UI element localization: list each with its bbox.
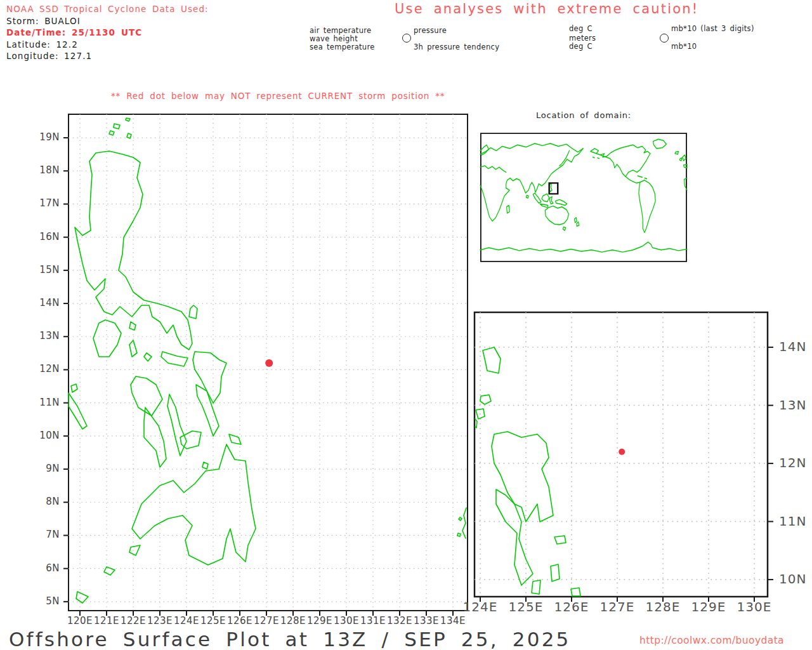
lat-tick-label: 10N <box>779 571 812 587</box>
lon-tick-label: 127E <box>592 599 643 614</box>
lat-tick-label: 9N <box>32 463 60 474</box>
lat-tick-label: 12N <box>32 363 60 375</box>
lon-tick-label: 124E <box>455 599 506 614</box>
lat-tick-label: 10N <box>32 430 60 441</box>
data-source-line: NOAA SSD Tropical Cyclone Data Used: <box>6 3 209 15</box>
lat-tick-label: 7N <box>32 529 60 540</box>
lon-tick-label: 134E <box>431 615 475 627</box>
inset-title: Location of domain: <box>480 110 687 120</box>
lat-tick-label: 13N <box>32 330 60 342</box>
storm-position-warning: ** Red dot below may NOT represent CURRE… <box>111 91 445 101</box>
lat-tick-label: 18N <box>32 164 60 176</box>
lat-tick-label: 17N <box>32 197 60 209</box>
plot-title: Offshore Surface Plot at 13Z / SEP 25, 2… <box>9 628 571 650</box>
lat-tick-label: 11N <box>32 397 60 408</box>
lat-tick-label: 14N <box>32 297 60 308</box>
legend-mb10-label: mb*10 <box>671 42 697 51</box>
legend-pressure-tendency-label: 3h pressure tendency <box>414 43 499 51</box>
lat-tick-label: 13N <box>779 397 812 413</box>
lon-tick-label: 130E <box>729 599 780 614</box>
storm-longitude-line: Longitude: 127.1 <box>6 50 209 62</box>
source-url: http://coolwx.com/buoydata <box>639 635 784 646</box>
main-surface-map <box>62 109 474 617</box>
domain-locator-world-map <box>480 133 687 262</box>
buoy-plot-page: NOAA SSD Tropical Cyclone Data Used: Sto… <box>0 0 812 650</box>
legend-meters-label: meters <box>569 34 658 43</box>
legend-degc-top-label: deg C <box>569 24 658 33</box>
storm-name-line: Storm: BUALOI <box>6 15 209 27</box>
lat-tick-label: 19N <box>32 131 60 143</box>
legend-wave-height-label: wave height <box>310 34 398 43</box>
storm-datetime-line: Date/Time: 25/1130 UTC <box>6 27 209 39</box>
station-circle-icon <box>402 34 411 43</box>
zoom-surface-map <box>469 307 778 611</box>
lat-tick-label: 16N <box>32 231 60 242</box>
storm-position-dot <box>265 359 273 367</box>
lon-tick-label: 128E <box>638 599 688 614</box>
storm-latitude-line: Latitude: 12.2 <box>6 39 209 51</box>
lat-tick-label: 6N <box>32 562 60 574</box>
legend-mb10-digits-label: mb*10 (last 3 digits) <box>671 24 754 33</box>
lat-tick-label: 12N <box>779 455 812 470</box>
inset-frame <box>481 133 686 262</box>
legend-pressure-label: pressure <box>414 26 447 35</box>
lat-tick-label: 8N <box>32 496 60 507</box>
storm-info-block: NOAA SSD Tropical Cyclone Data Used: Sto… <box>6 3 209 62</box>
lat-tick-label: 11N <box>779 514 812 529</box>
lon-tick-label: 129E <box>683 599 734 614</box>
lat-tick-label: 14N <box>779 339 812 354</box>
lon-tick-label: 125E <box>501 599 551 614</box>
storm-position-dot <box>619 449 625 455</box>
lat-tick-label: 15N <box>32 264 60 275</box>
caution-banner: Use analyses with extreme caution! <box>395 1 698 17</box>
legend-sea-temperature-label: sea temperature <box>310 43 398 51</box>
legend-degc-bottom-label: deg C <box>569 42 658 51</box>
station-circle-icon <box>660 34 669 43</box>
legend-air-temperature-label: air temperature <box>310 26 398 35</box>
lon-tick-label: 126E <box>546 599 597 614</box>
lat-tick-label: 5N <box>32 595 60 607</box>
